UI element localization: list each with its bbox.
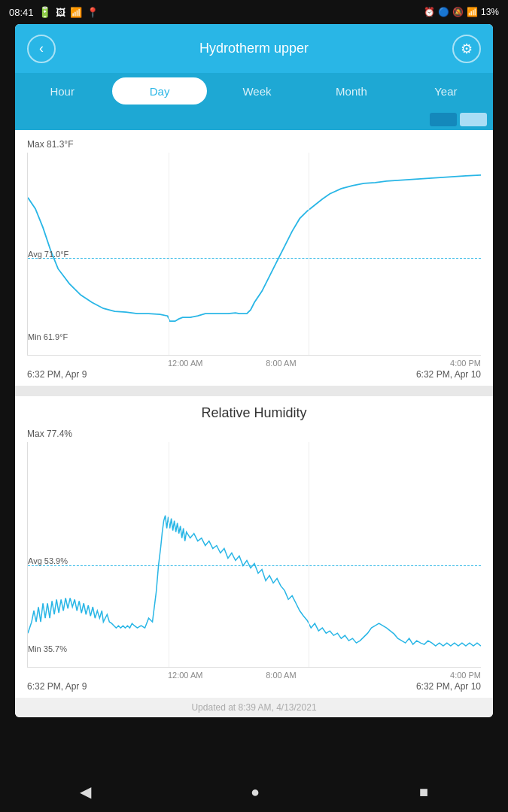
temp-min-label: Min 61.9°F: [28, 332, 68, 341]
temperature-chart-section: Max 81.3°F Avg 71.0°F Min 61.9°F 12:00 A…: [15, 130, 493, 386]
alarm-icon: ⏰: [424, 7, 435, 17]
humidity-svg: [28, 442, 481, 667]
signal-icon: 📶: [467, 7, 478, 17]
temp-avg-label: Avg 71.0°F: [28, 250, 68, 259]
mute-icon: 🔕: [452, 7, 464, 17]
bottom-nav: ◀ ● ■: [0, 771, 508, 812]
status-time-area: 08:41 🔋 🖼 📶 📍: [9, 6, 99, 18]
photo-icon: 🖼: [56, 7, 65, 18]
nav-home-button[interactable]: ●: [251, 783, 260, 801]
temperature-chart-wrapper: Avg 71.0°F Min 61.9°F: [27, 153, 481, 356]
humidity-title: Relative Humidity: [27, 405, 481, 421]
humidity-chart-wrapper: Avg 53.9% Min 35.7%: [27, 442, 481, 668]
nav-back-button[interactable]: ◀: [80, 783, 91, 801]
temperature-svg: [28, 153, 481, 355]
status-icons-right: ⏰ 🔵 🔕 📶 13%: [424, 7, 499, 17]
humidity-chart-section: Relative Humidity Max 77.4% Avg 53.9% Mi…: [15, 396, 493, 698]
section-separator: [15, 386, 493, 396]
humidity-start-date: 6:32 PM, Apr 9: [27, 681, 87, 692]
temp-end-date: 6:32 PM, Apr 10: [416, 369, 481, 380]
bluetooth-icon: 🔵: [438, 7, 449, 17]
settings-icon: ⚙: [461, 41, 473, 57]
wifi-icon: 📶: [70, 7, 82, 18]
sub-tab-active[interactable]: [430, 113, 457, 126]
humidity-time-3: 4:00 PM: [450, 671, 481, 680]
tab-hour[interactable]: Hour: [15, 73, 109, 109]
temp-time-2: 8:00 AM: [266, 359, 296, 368]
humidity-max-label: Max 77.4%: [27, 429, 481, 439]
temp-time-labels: 12:00 AM 8:00 AM 4:00 PM: [27, 356, 481, 368]
humidity-time-labels: 12:00 AM 8:00 AM 4:00 PM: [27, 668, 481, 680]
back-icon: ‹: [39, 41, 44, 56]
temp-date-labels: 6:32 PM, Apr 9 6:32 PM, Apr 10: [27, 369, 481, 380]
updated-text: Updated at 8:39 AM, 4/13/2021: [15, 698, 493, 717]
temp-time-1: 12:00 AM: [168, 359, 202, 368]
temp-time-3: 4:00 PM: [450, 359, 481, 368]
sub-tab-row: [15, 109, 493, 130]
temp-max-label: Max 81.3°F: [27, 139, 481, 150]
sub-tab-inactive[interactable]: [460, 113, 487, 126]
status-time: 08:41: [9, 7, 34, 18]
back-button[interactable]: ‹: [27, 35, 56, 63]
location-icon: 📍: [87, 7, 99, 18]
header: ‹ Hydrotherm upper ⚙: [15, 24, 493, 73]
status-bar: 08:41 🔋 🖼 📶 📍 ⏰ 🔵 🔕 📶 13%: [0, 0, 508, 24]
tab-bar: Hour Day Week Month Year: [15, 73, 493, 109]
humidity-avg-label: Avg 53.9%: [28, 556, 68, 565]
tab-month[interactable]: Month: [304, 73, 398, 109]
humidity-time-2: 8:00 AM: [266, 671, 296, 680]
humidity-min-label: Min 35.7%: [28, 644, 67, 653]
humidity-time-1: 12:00 AM: [168, 671, 202, 680]
tab-year[interactable]: Year: [399, 73, 493, 109]
nav-recent-button[interactable]: ■: [419, 783, 428, 801]
humidity-end-date: 6:32 PM, Apr 10: [416, 681, 481, 692]
tab-day[interactable]: Day: [112, 77, 206, 105]
settings-button[interactable]: ⚙: [452, 35, 481, 63]
main-container: ‹ Hydrotherm upper ⚙ Hour Day Week Month…: [15, 24, 493, 717]
temp-start-date: 6:32 PM, Apr 9: [27, 369, 87, 380]
humidity-date-labels: 6:32 PM, Apr 9 6:32 PM, Apr 10: [27, 681, 481, 692]
battery-icon: 🔋: [38, 6, 51, 18]
page-title: Hydrotherm upper: [199, 41, 309, 56]
tab-week[interactable]: Week: [210, 73, 304, 109]
battery-percent: 13%: [481, 7, 499, 17]
